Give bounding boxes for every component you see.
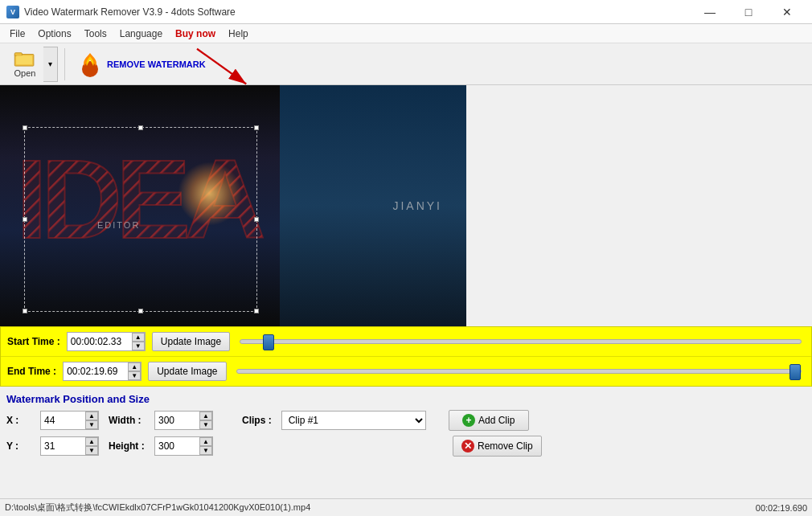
end-time-slider-container	[233, 362, 805, 381]
height-label: Height :	[109, 440, 145, 452]
open-button[interactable]: Open	[6, 47, 43, 82]
video-panel: IDEA IDEA JIANYI	[0, 85, 466, 326]
width-down[interactable]: ▼	[199, 420, 212, 429]
menu-language[interactable]: Language	[113, 26, 169, 42]
main-area: IDEA IDEA JIANYI	[0, 85, 812, 516]
menu-options[interactable]: Options	[31, 26, 77, 42]
title-controls: — □ ✕	[691, 0, 806, 24]
height-input-group: ▲ ▼	[154, 436, 213, 456]
form-area: Watermark Position and Size X : ▲ ▼ Widt…	[0, 387, 812, 516]
start-time-label: Start Time :	[7, 336, 60, 347]
toolbar: Open ▾ REMOVE WATERMARK	[0, 43, 812, 85]
end-time-input-group: ▲ ▼	[63, 362, 141, 381]
x-label: X :	[6, 415, 31, 426]
title-bar-left: V Video Watermark Remover V3.9 - 4dots S…	[6, 6, 236, 18]
status-time: 00:02:19.690	[756, 503, 807, 513]
folder-icon	[14, 51, 36, 67]
x-down[interactable]: ▼	[85, 420, 98, 429]
maximize-button[interactable]: □	[730, 0, 767, 24]
x-input-group: ▲ ▼	[40, 411, 99, 430]
svg-rect-2	[16, 55, 32, 64]
remove-clip-label: Remove Clip	[478, 440, 533, 452]
x-input[interactable]	[41, 412, 85, 429]
end-time-up[interactable]: ▲	[128, 362, 141, 371]
open-button-label: Open	[14, 68, 36, 78]
video-background: IDEA IDEA JIANYI	[0, 85, 466, 326]
status-bar: D:\tools\桌面\格式转换\fcCWIEkdlx07CFrP1wGk010…	[0, 498, 812, 516]
end-time-row: End Time : ▲ ▼ Update Image	[1, 357, 811, 386]
title-bar: V Video Watermark Remover V3.9 - 4dots S…	[0, 0, 812, 24]
clips-select[interactable]: Clip #1	[281, 411, 426, 430]
handle-top-right[interactable]	[254, 125, 259, 130]
y-up[interactable]: ▲	[85, 437, 98, 446]
width-spinners: ▲ ▼	[199, 412, 212, 429]
height-down[interactable]: ▼	[199, 446, 212, 455]
end-time-slider-track[interactable]	[236, 369, 802, 374]
width-input-group: ▲ ▼	[154, 411, 213, 430]
window-title: Video Watermark Remover V3.9 - 4dots Sof…	[24, 6, 236, 18]
start-time-spinners: ▲ ▼	[132, 333, 145, 350]
width-up[interactable]: ▲	[199, 412, 212, 420]
handle-bottom-left[interactable]	[23, 309, 27, 313]
handle-bottom-middle[interactable]	[138, 309, 143, 313]
watermark-section-title: Watermark Position and Size	[6, 393, 806, 405]
update-image-start-button[interactable]: Update Image	[152, 332, 230, 351]
remove-watermark-label: REMOVE WATERMARK	[107, 59, 206, 69]
video-jianyi-text: JIANYI	[392, 199, 442, 212]
start-time-slider-container	[236, 332, 805, 351]
menu-tools[interactable]: Tools	[78, 26, 113, 42]
handle-top-middle[interactable]	[138, 125, 143, 130]
y-input-group: ▲ ▼	[40, 436, 99, 456]
status-path: D:\tools\桌面\格式转换\fcCWIEkdlx07CFrP1wGk010…	[5, 502, 756, 514]
toolbar-divider	[64, 48, 65, 80]
selection-box[interactable]: EDITOR	[24, 127, 257, 312]
left-column: IDEA IDEA JIANYI	[0, 85, 812, 516]
handle-top-left[interactable]	[23, 125, 27, 130]
add-clip-button[interactable]: + Add Clip	[449, 410, 529, 431]
menu-bar: File Options Tools Language Buy now Help	[0, 24, 812, 43]
end-time-spinners: ▲ ▼	[128, 362, 141, 380]
height-spinners: ▲ ▼	[199, 437, 212, 455]
menu-buynow[interactable]: Buy now	[169, 26, 222, 42]
end-time-input[interactable]	[64, 362, 128, 380]
remove-watermark-button[interactable]: REMOVE WATERMARK	[72, 47, 212, 82]
video-editor-text: EDITOR	[97, 220, 140, 230]
handle-middle-left[interactable]	[23, 217, 27, 222]
y-input[interactable]	[41, 437, 85, 455]
open-button-group: Open ▾	[6, 47, 58, 82]
add-clip-icon: +	[462, 414, 475, 427]
height-input[interactable]	[155, 437, 199, 455]
start-time-up[interactable]: ▲	[132, 333, 145, 342]
start-time-input[interactable]	[68, 333, 132, 350]
handle-middle-right[interactable]	[254, 217, 259, 222]
start-time-down[interactable]: ▼	[132, 342, 145, 350]
handle-bottom-right[interactable]	[254, 309, 259, 313]
start-time-slider-thumb[interactable]	[263, 334, 274, 350]
start-time-input-group: ▲ ▼	[67, 332, 146, 351]
width-label: Width :	[109, 415, 145, 426]
height-up[interactable]: ▲	[199, 437, 212, 446]
end-time-slider-thumb[interactable]	[789, 364, 801, 380]
start-time-slider-track[interactable]	[240, 339, 802, 344]
form-row-1: X : ▲ ▼ Width : ▲ ▼ Cli	[6, 410, 806, 431]
remove-clip-button[interactable]: ✕ Remove Clip	[453, 436, 542, 457]
update-image-end-button[interactable]: Update Image	[148, 362, 226, 381]
menu-help[interactable]: Help	[222, 26, 255, 42]
open-dropdown-button[interactable]: ▾	[43, 47, 58, 82]
y-label: Y :	[6, 440, 31, 452]
remove-watermark-icon	[78, 50, 102, 79]
start-time-row: Start Time : ▲ ▼ Update Image	[1, 327, 811, 357]
svg-rect-1	[14, 52, 22, 55]
end-time-down[interactable]: ▼	[128, 371, 141, 380]
minimize-button[interactable]: —	[691, 0, 728, 24]
add-clip-label: Add Clip	[478, 415, 515, 426]
close-button[interactable]: ✕	[769, 0, 806, 24]
remove-clip-icon: ✕	[461, 440, 474, 453]
clips-label: Clips :	[242, 415, 272, 426]
x-up[interactable]: ▲	[85, 412, 98, 420]
menu-file[interactable]: File	[3, 26, 31, 42]
y-down[interactable]: ▼	[85, 446, 98, 455]
form-row-2: Y : ▲ ▼ Height : ▲ ▼	[6, 436, 806, 457]
width-input[interactable]	[155, 412, 199, 429]
end-time-label: End Time :	[7, 366, 56, 377]
